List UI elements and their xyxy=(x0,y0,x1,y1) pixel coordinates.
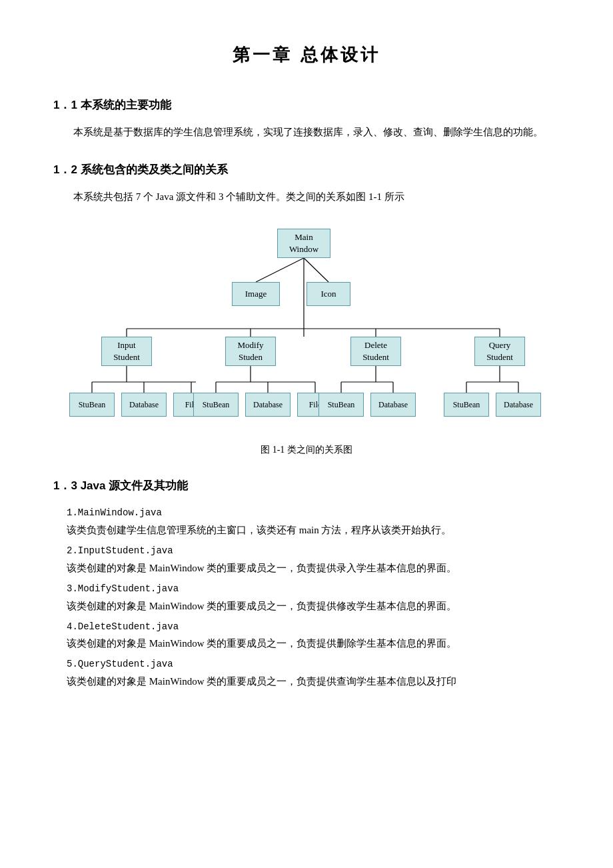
list-item: 4.DeleteStudent.java 该类创建的对象是 MainWindow… xyxy=(67,618,560,653)
diagram-caption: 图 1-1 类之间的关系图 xyxy=(53,442,560,458)
filename-label-2: InputStudent.java xyxy=(78,545,173,556)
filename-4: 4. xyxy=(67,621,78,632)
svg-line-0 xyxy=(256,258,304,282)
node-modify-student: ModifyStuden xyxy=(225,337,276,366)
section-heading-1: 1．1 本系统的主要功能 xyxy=(53,96,560,115)
node-image: Image xyxy=(232,282,280,306)
page-title: 第一章 总体设计 xyxy=(53,40,560,69)
node-database-1: Database xyxy=(121,393,167,417)
node-database-2: Database xyxy=(245,393,291,417)
diagram-area: MainWindow Image Icon InputStudent Modif… xyxy=(60,222,553,435)
node-query-student: QueryStudent xyxy=(474,337,525,366)
filename-label-4: DeleteStudent.java xyxy=(78,621,179,632)
list-item: 3.ModifyStudent.java 该类创建的对象是 MainWindow… xyxy=(67,580,560,615)
node-database-3: Database xyxy=(370,393,416,417)
desc-1: 该类负责创建学生信息管理系统的主窗口，该类还有 main 方法，程序从该类开始执… xyxy=(67,521,560,539)
class-diagram: MainWindow Image Icon InputStudent Modif… xyxy=(53,222,560,435)
desc-3: 该类创建的对象是 MainWindow 类的重要成员之一，负责提供修改学生基本信… xyxy=(67,597,560,615)
node-main-window: MainWindow xyxy=(277,229,330,258)
filename-label-1: MainWindow.java xyxy=(78,507,162,518)
section-1-paragraph: 本系统是基于数据库的学生信息管理系统，实现了连接数据库，录入、修改、查询、删除学… xyxy=(53,123,560,142)
svg-line-1 xyxy=(304,258,328,282)
filename-1: 1. xyxy=(67,507,78,518)
node-database-4: Database xyxy=(496,393,541,417)
node-input-student: InputStudent xyxy=(101,337,152,366)
node-stubean-4: StuBean xyxy=(444,393,489,417)
list-item: 2.InputStudent.java 该类创建的对象是 MainWindow … xyxy=(67,542,560,577)
filename-5: 5. xyxy=(67,659,78,669)
desc-5: 该类创建的对象是 MainWindow 类的重要成员之一，负责提供查询学生基本信… xyxy=(67,673,560,691)
node-stubean-1: StuBean xyxy=(69,393,115,417)
filename-3: 3. xyxy=(67,583,78,594)
node-stubean-3: StuBean xyxy=(318,393,364,417)
java-files-list: 1.MainWindow.java 该类负责创建学生信息管理系统的主窗口，该类还… xyxy=(67,504,560,691)
node-delete-student: DeleteStudent xyxy=(350,337,401,366)
filename-2: 2. xyxy=(67,545,78,556)
desc-4: 该类创建的对象是 MainWindow 类的重要成员之一，负责提供删除学生基本信… xyxy=(67,635,560,653)
section-2-paragraph: 本系统共包括 7 个 Java 源文件和 3 个辅助文件。类之间的关系如图 1-… xyxy=(53,188,560,207)
node-icon: Icon xyxy=(306,282,350,306)
list-item: 5.QueryStudent.java 该类创建的对象是 MainWindow … xyxy=(67,655,560,691)
section-heading-2: 1．2 系统包含的类及类之间的关系 xyxy=(53,161,560,180)
section-heading-3: 1．3 Java 源文件及其功能 xyxy=(53,477,560,496)
list-item: 1.MainWindow.java 该类负责创建学生信息管理系统的主窗口，该类还… xyxy=(67,504,560,539)
filename-label-3: ModifyStudent.java xyxy=(78,583,179,594)
desc-2: 该类创建的对象是 MainWindow 类的重要成员之一，负责提供录入学生基本信… xyxy=(67,559,560,577)
node-stubean-2: StuBean xyxy=(193,393,239,417)
filename-label-5: QueryStudent.java xyxy=(78,659,173,669)
